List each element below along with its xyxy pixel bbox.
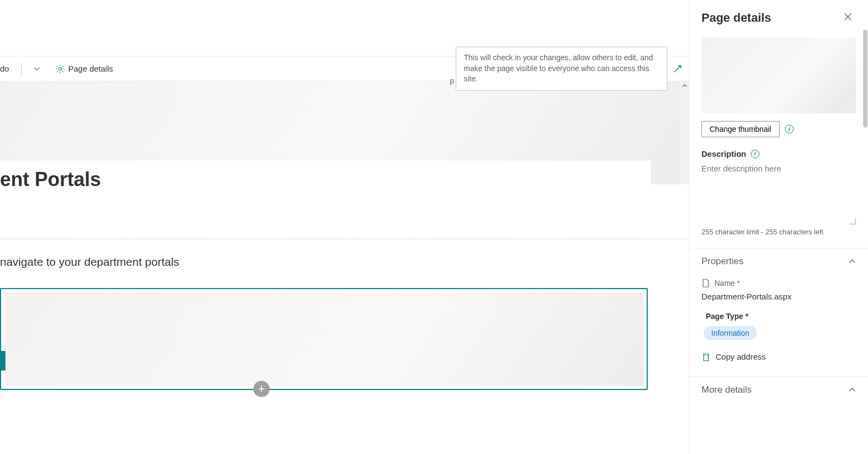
info-icon[interactable]: i	[785, 125, 794, 133]
top-area: This will check in your changes, allow o…	[0, 0, 689, 81]
page-subtitle[interactable]: navigate to your department portals	[0, 255, 689, 268]
close-icon	[844, 13, 852, 21]
plus-icon: +	[258, 382, 265, 396]
scrollbar-thumb[interactable]	[863, 30, 867, 127]
undo-redo-label: do	[0, 64, 9, 73]
panel-divider	[690, 248, 868, 248]
add-section-button[interactable]: +	[253, 381, 270, 397]
info-icon[interactable]: i	[751, 150, 760, 158]
page-details-cmd-label: Page details	[68, 64, 113, 73]
page-canvas: This will check in your changes, allow o…	[0, 0, 689, 454]
change-thumbnail-button[interactable]: Change thumbnail	[701, 121, 780, 137]
webpart-accent-block	[0, 351, 5, 370]
selected-webpart[interactable]: +	[0, 288, 648, 390]
chevron-down-icon	[34, 66, 40, 72]
publish-tooltip: This will check in your changes, allow o…	[456, 47, 667, 91]
cmdbar-divider	[21, 62, 22, 75]
name-value[interactable]: Department-Portals.aspx	[701, 292, 856, 301]
panel-title: Page details	[701, 11, 771, 25]
hero-banner: ent Portals	[0, 81, 689, 184]
section-divider	[0, 239, 689, 239]
copy-address-label: Copy address	[716, 352, 766, 361]
page-content: navigate to your department portals +	[0, 184, 689, 390]
panel-header: Page details	[701, 10, 856, 25]
chevron-up-icon	[848, 258, 856, 265]
svg-rect-1	[704, 355, 709, 361]
thumbnail-preview	[701, 37, 856, 113]
name-label: Name *	[714, 279, 740, 287]
page-type-label: Page Type *	[706, 312, 856, 321]
expand-icon[interactable]	[673, 64, 682, 74]
cmdbar-chevron-button[interactable]	[28, 62, 46, 75]
file-icon	[701, 279, 710, 287]
more-details-title: More details	[701, 385, 752, 395]
more-details-section-header[interactable]: More details	[701, 385, 856, 395]
command-bar-left: do Page details	[0, 61, 118, 77]
undo-redo-item[interactable]: do	[0, 61, 15, 76]
page-details-cmd[interactable]: Page details	[50, 61, 119, 77]
webpart-hero-image	[4, 292, 643, 386]
thumbnail-controls: Change thumbnail i	[701, 121, 856, 137]
page-title: ent Portals	[0, 168, 101, 190]
description-label-row: Description i	[701, 149, 856, 158]
copy-icon	[701, 353, 710, 361]
panel-scrollbar[interactable]	[863, 0, 868, 454]
page-details-panel: Page details Change thumbnail i Descript…	[689, 0, 868, 454]
description-textarea[interactable]	[701, 163, 856, 222]
hero-title-area[interactable]: ent Portals	[0, 161, 651, 208]
hero-scrollbar[interactable]	[680, 81, 689, 184]
chevron-up-icon	[848, 386, 856, 394]
name-label-row: Name *	[701, 279, 856, 287]
close-panel-button[interactable]	[840, 10, 856, 25]
properties-title: Properties	[701, 256, 743, 267]
description-field-wrap	[701, 163, 856, 225]
description-label: Description	[701, 149, 746, 158]
scroll-up-arrow-icon	[681, 82, 688, 89]
page-type-tag[interactable]: Information	[704, 326, 757, 340]
properties-section-header[interactable]: Properties	[701, 256, 856, 267]
character-limit-text: 255 character limit - 255 characters lef…	[701, 228, 856, 236]
svg-point-0	[59, 67, 61, 70]
publish-tooltip-text: This will check in your changes, allow o…	[464, 53, 653, 83]
gear-icon	[55, 64, 65, 74]
tooltip-tail-char: p	[450, 76, 454, 87]
panel-divider	[690, 376, 868, 377]
copy-address-row[interactable]: Copy address	[701, 352, 856, 361]
